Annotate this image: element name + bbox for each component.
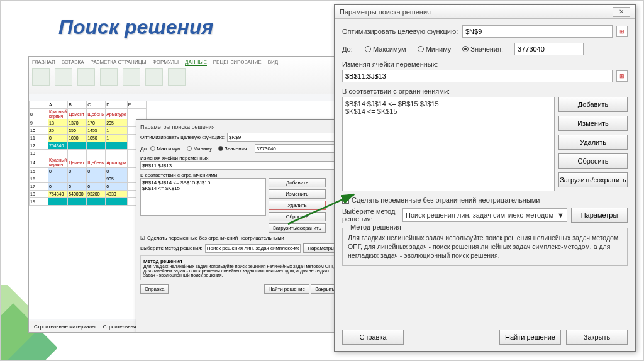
find-solution-button[interactable]: Найти решение [499, 330, 561, 345]
method-groupbox: Метод решения Для гладких нелинейных зад… [342, 228, 628, 266]
excel-ribbon: ГЛАВНАЯ ВСТАВКА РАЗМЕТКА СТРАНИЦЫ ФОРМУЛ… [29, 57, 348, 94]
vars-input[interactable] [140, 161, 339, 170]
dialog-title: Параметры поиска решения [340, 8, 431, 16]
radio-max[interactable]: Максимум [150, 146, 180, 152]
sheet-tab[interactable]: Строительные материалы [34, 324, 96, 330]
ribbon-btn[interactable] [55, 68, 72, 86]
checkbox-icon: ✓ [342, 197, 349, 204]
constraints-label: В соответствии с ограничениями: [342, 87, 628, 95]
reset-button[interactable]: Сбросить [558, 153, 628, 169]
constraint-row[interactable]: $B$14:$J$14 <= $B$15:$J$15 [345, 100, 552, 108]
ribbon-buttons [32, 68, 345, 86]
method-label: Выберите метод решения: [342, 208, 399, 223]
reset-button[interactable]: Сбросить [269, 212, 326, 221]
optimize-label: Оптимизировать целевую функцию: [342, 28, 458, 35]
excel-ribbon-tabs[interactable]: ГЛАВНАЯ ВСТАВКА РАЗМЕТКА СТРАНИЦЫ ФОРМУЛ… [32, 59, 345, 66]
add-button[interactable]: Добавить [558, 97, 628, 112]
tab-review[interactable]: РЕЦЕНЗИРОВАНИЕ [213, 59, 262, 66]
close-icon[interactable]: ✕ [613, 7, 630, 17]
tab-formulas[interactable]: ФОРМУЛЫ [153, 59, 179, 66]
method-select[interactable] [205, 244, 301, 253]
method-select[interactable]: Поиск решения лин. задач симплекс-методо… [402, 208, 567, 222]
help-button[interactable]: Справка [342, 330, 404, 345]
radio-max[interactable]: Максимум [365, 45, 406, 53]
nonneg-checkbox[interactable]: ✓ Сделать переменные без ограничений нео… [342, 196, 540, 204]
radio-value[interactable]: Значения: [218, 146, 248, 152]
solver-dialog-large: Параметры поиска решения ✕ Оптимизироват… [334, 4, 636, 352]
optimize-label: Оптимизировать целевую функцию: [140, 135, 225, 140]
target-value-input[interactable] [255, 144, 339, 153]
dialog-titlebar: Параметры поиска решения ✕ [335, 5, 635, 19]
tab-layout[interactable]: РАЗМЕТКА СТРАНИЦЫ [91, 59, 147, 66]
tab-view[interactable]: ВИД [268, 59, 279, 66]
ribbon-btn[interactable] [145, 68, 163, 86]
constraints-label: В соответствии с ограничениями: [140, 172, 339, 178]
constraint-row[interactable]: $K$14 <= $K$15 [345, 108, 552, 115]
ribbon-btn[interactable] [123, 68, 140, 86]
objective-input[interactable] [227, 133, 339, 142]
radio-min[interactable]: Миниму [418, 45, 452, 53]
constraints-list[interactable]: $B$14:$J$14 <= $B$15:$J$15 $K$14 <= $K$1… [342, 97, 555, 191]
vars-label: Изменяя ячейки переменных: [342, 60, 628, 68]
method-desc: Для гладких нелинейных задач используйте… [348, 233, 622, 260]
vars-label: Изменяя ячейки переменных: [140, 155, 339, 161]
radio-value[interactable]: Значения: [462, 45, 503, 53]
group-title: Метод решения [348, 223, 404, 231]
to-label: До: [342, 45, 361, 53]
method-label: Выберите метод решения: [140, 245, 203, 251]
slide-title: Поиск решения [58, 16, 213, 39]
close-button[interactable]: Закрыть [566, 330, 628, 345]
ribbon-btn[interactable] [32, 68, 50, 86]
slide: Поиск решения ГЛАВНАЯ ВСТАВКА РАЗМЕТКА С… [0, 0, 644, 361]
help-button[interactable]: Справка [140, 284, 169, 294]
vars-input[interactable] [342, 70, 613, 82]
objective-input[interactable] [462, 25, 613, 38]
ribbon-btn[interactable] [100, 68, 118, 86]
loadsave-button[interactable]: Загрузить/сохранить [558, 172, 628, 187]
add-button[interactable]: Добавить [269, 178, 326, 187]
delete-button[interactable]: Удалить [269, 201, 326, 210]
loadsave-button[interactable]: Загрузить/сохранить [269, 223, 326, 233]
solver-dialog-small: Параметры поиска решения Оптимизировать … [136, 119, 343, 333]
nonneg-checkbox[interactable]: ☑ Сделать переменные без ограничений нео… [140, 235, 339, 241]
to-label: До: [140, 146, 148, 152]
tab-insert[interactable]: ВСТАВКА [62, 59, 84, 66]
chevron-down-icon: ▼ [557, 211, 564, 219]
change-button[interactable]: Изменить [269, 189, 326, 199]
radio-min[interactable]: Миниму [187, 146, 212, 152]
tab-data[interactable]: ДАННЫЕ [185, 59, 207, 66]
change-button[interactable]: Изменить [558, 116, 628, 131]
params-button[interactable]: Параметры [571, 208, 628, 223]
ribbon-btn[interactable] [168, 68, 186, 86]
ref-picker-icon[interactable]: ⊞ [616, 26, 628, 37]
excel-window: ГЛАВНАЯ ВСТАВКА РАЗМЕТКА СТРАНИЦЫ ФОРМУЛ… [28, 56, 349, 333]
tab-home[interactable]: ГЛАВНАЯ [32, 59, 55, 66]
find-button[interactable]: Найти решение [264, 284, 309, 294]
ribbon-btn[interactable] [77, 68, 95, 86]
method-desc: Для гладких нелинейных задач используйте… [143, 264, 336, 277]
constraints-list[interactable]: $B$14:$J$14 <= $B$15:$J$15 $K$14 <= $K$1… [140, 178, 266, 216]
delete-button[interactable]: Удалить [558, 135, 628, 150]
dialog-title: Параметры поиска решения [140, 124, 339, 130]
target-value-input[interactable] [514, 43, 584, 55]
ref-picker-icon[interactable]: ⊞ [616, 70, 628, 82]
